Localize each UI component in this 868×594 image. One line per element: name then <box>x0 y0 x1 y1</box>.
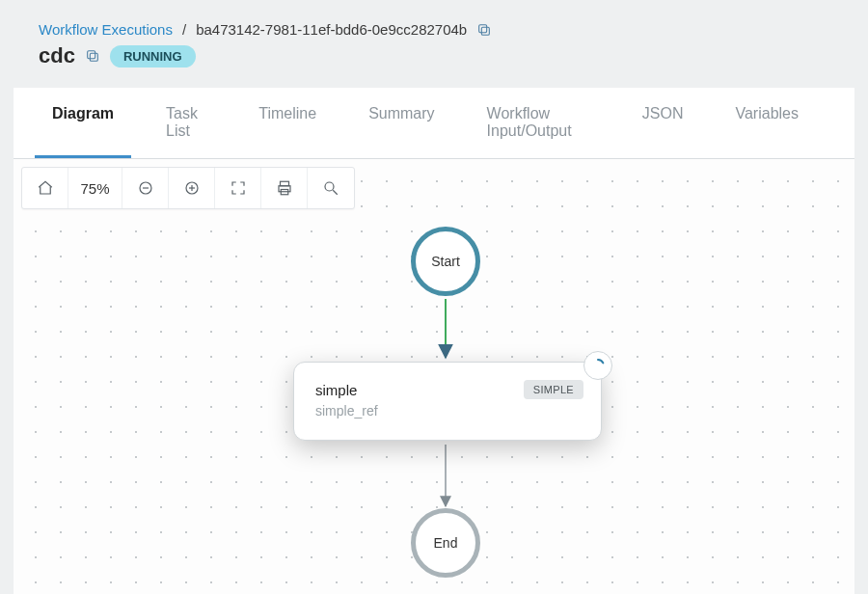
svg-line-13 <box>333 190 338 195</box>
status-badge: RUNNING <box>110 45 196 68</box>
svg-rect-1 <box>479 24 487 32</box>
tab-workflow-input-output[interactable]: Workflow Input/Output <box>470 88 608 158</box>
execution-id: ba473142-7981-11ef-bdd6-0e9cc282704b <box>196 21 467 38</box>
tab-diagram[interactable]: Diagram <box>35 88 131 158</box>
end-node-label: End <box>434 535 458 551</box>
svg-rect-0 <box>482 27 490 35</box>
zoom-in-button[interactable] <box>169 168 215 208</box>
task-running-spinner-icon <box>583 351 612 380</box>
workflow-name: cdc <box>39 43 75 68</box>
svg-rect-9 <box>280 181 288 186</box>
svg-point-12 <box>325 182 334 191</box>
print-button[interactable] <box>261 168 308 208</box>
breadcrumb-parent-link[interactable]: Workflow Executions <box>39 21 173 38</box>
task-type-badge: SIMPLE <box>524 380 583 399</box>
tab-summary[interactable]: Summary <box>351 88 451 158</box>
end-node[interactable]: End <box>411 508 480 578</box>
start-node[interactable]: Start <box>411 227 480 296</box>
fit-to-screen-button[interactable] <box>215 168 261 208</box>
diagram-canvas[interactable]: 75% Start <box>14 159 854 594</box>
start-node-label: Start <box>431 254 460 269</box>
diagram-toolbar: 75% <box>21 167 355 209</box>
tabs-bar: DiagramTask ListTimelineSummaryWorkflow … <box>14 88 854 159</box>
copy-workflow-name-icon[interactable] <box>85 48 100 64</box>
task-name: simple <box>315 382 357 398</box>
home-button[interactable] <box>22 168 68 208</box>
header: Workflow Executions / ba473142-7981-11ef… <box>0 0 868 78</box>
breadcrumb-separator: / <box>182 21 186 38</box>
svg-rect-2 <box>90 53 97 61</box>
task-ref: simple_ref <box>315 403 583 418</box>
svg-rect-3 <box>88 51 95 59</box>
zoom-out-button[interactable] <box>122 168 169 208</box>
zoom-level-display: 75% <box>68 168 122 208</box>
task-node[interactable]: simple SIMPLE simple_ref <box>293 362 602 441</box>
tab-json[interactable]: JSON <box>625 88 701 158</box>
tab-variables[interactable]: Variables <box>718 88 816 158</box>
title-row: cdc RUNNING <box>39 43 829 68</box>
copy-execution-id-icon[interactable] <box>476 22 492 38</box>
tab-task-list[interactable]: Task List <box>149 88 224 158</box>
tab-timeline[interactable]: Timeline <box>241 88 334 158</box>
breadcrumb: Workflow Executions / ba473142-7981-11ef… <box>39 21 829 38</box>
search-button[interactable] <box>308 168 354 208</box>
